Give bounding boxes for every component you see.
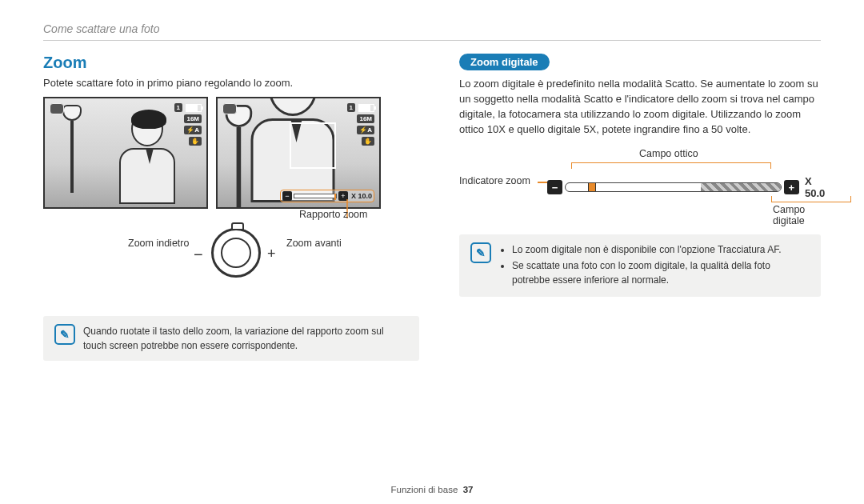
resolution-badge: 16M [357, 114, 374, 123]
zoom-bar: − + X 10.0 [280, 190, 374, 202]
note-text: Quando ruotate il tasto dello zoom, la v… [83, 324, 408, 353]
label-indicatore-zoom: Indicatore zoom [459, 175, 530, 186]
plus-icon: + [267, 246, 276, 262]
status-icons: 1 16M ⚡A ✋ [347, 103, 374, 146]
digital-zoom-paragraph: Lo zoom digitale è predefinito nella mod… [459, 77, 821, 137]
label-zoom-avanti: Zoom avanti [286, 238, 342, 249]
lamp-illustration [59, 105, 85, 193]
focus-frame [290, 122, 336, 169]
note-list: Lo zoom digitale non è disponibile con l… [499, 242, 810, 289]
flash-icon: ⚡A [184, 126, 202, 134]
indicator-track [565, 182, 781, 192]
right-column: Zoom digitale Lo zoom digitale è predefi… [459, 54, 821, 361]
camera-screen-zoomed: 1 16M ⚡A ✋ − + X 10.0 [216, 97, 381, 209]
note-box-left: ✎ Quando ruotate il tasto dello zoom, la… [43, 316, 419, 361]
content-columns: Zoom Potete scattare foto in primo piano… [43, 54, 821, 361]
label-campo-digitale: Campo digitale [773, 204, 821, 226]
intro-text: Potete scattare foto in primo piano rego… [43, 77, 419, 89]
label-campo-ottico: Campo ottico [639, 148, 698, 159]
zoom-track [294, 194, 337, 198]
note-icon: ✎ [470, 242, 491, 263]
callout-line [538, 182, 547, 183]
divider [43, 40, 821, 41]
footer-section: Funzioni di base [391, 485, 458, 494]
mode-indicator [222, 103, 237, 114]
zoom-indicator-diagram: Campo ottico Indicatore zoom − + X 50.0 … [459, 148, 821, 220]
label-rapporto-zoom: Rapporto zoom [299, 209, 367, 220]
pill-zoom-digitale: Zoom digitale [459, 54, 550, 70]
bracket-digital [771, 196, 851, 202]
left-column: Zoom Potete scattare foto in primo piano… [43, 54, 419, 361]
battery-icon [186, 104, 202, 112]
digital-range [701, 183, 781, 191]
note-box-right: ✎ Lo zoom digitale non è disponibile con… [459, 234, 821, 297]
footer-page-number: 37 [463, 485, 474, 494]
flash-icon: ⚡A [357, 126, 374, 134]
minus-icon: − [194, 246, 203, 264]
note-item: Lo zoom digitale non è disponibile con l… [512, 242, 810, 257]
battery-icon [358, 104, 374, 112]
zoom-ratio-label: X 10.0 [351, 192, 372, 200]
resolution-badge: 16M [184, 114, 202, 123]
label-zoom-indietro: Zoom indietro [128, 238, 189, 249]
stabilizer-icon: ✋ [189, 137, 202, 146]
page-footer: Funzioni di base 37 [0, 485, 864, 494]
camera-screenshots: 1 16M ⚡A ✋ 1 16M ⚡A ✋ − [43, 97, 419, 209]
counter-badge: 1 [174, 103, 182, 112]
zoom-out-icon: − [547, 180, 562, 194]
zoom-dial-diagram: Rapporto zoom Zoom indietro Zoom avanti … [43, 214, 419, 302]
status-icons: 1 16M ⚡A ✋ [174, 103, 202, 146]
camera-mode-icon [222, 103, 237, 114]
bracket-optical [571, 162, 771, 169]
zoom-in-icon: + [784, 180, 799, 194]
zoom-in-icon: + [338, 191, 348, 201]
indicator-knob [588, 182, 596, 192]
camera-mode-icon [50, 103, 64, 114]
mode-indicator [50, 103, 64, 114]
page-header: Come scattare una foto [43, 22, 821, 35]
note-icon: ✎ [54, 324, 75, 345]
camera-screen-wide: 1 16M ⚡A ✋ [43, 97, 208, 209]
zoom-dial-icon [211, 228, 261, 278]
zoom-out-icon: − [282, 191, 292, 201]
note-item: Se scattate una foto con lo zoom digital… [512, 258, 810, 287]
section-title-zoom: Zoom [43, 54, 419, 72]
stabilizer-icon: ✋ [362, 137, 374, 146]
counter-badge: 1 [347, 103, 355, 112]
